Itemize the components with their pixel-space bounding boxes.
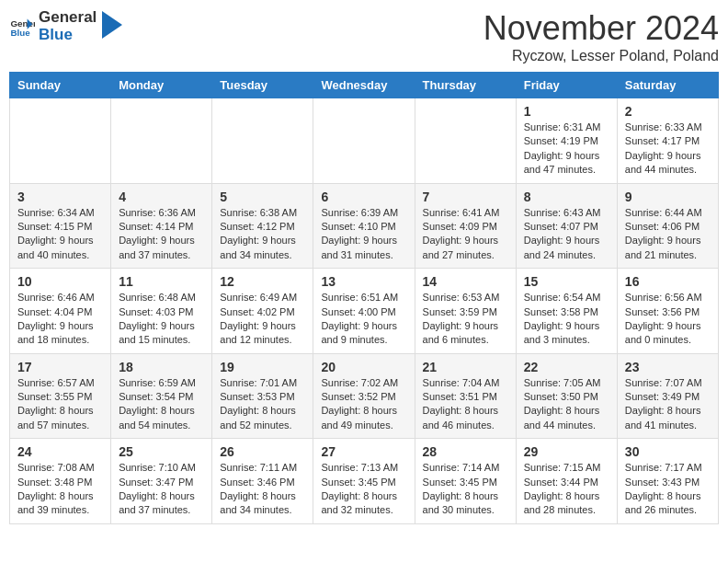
calendar-cell: 3Sunrise: 6:34 AMSunset: 4:15 PMDaylight… bbox=[10, 183, 111, 269]
day-info: Sunrise: 6:51 AMSunset: 4:00 PMDaylight:… bbox=[321, 291, 406, 348]
day-number: 9 bbox=[625, 190, 711, 204]
svg-marker-2 bbox=[102, 11, 122, 39]
day-number: 5 bbox=[220, 190, 305, 204]
month-title: November 2024 bbox=[483, 9, 719, 48]
header: General Blue General Blue November 2024 … bbox=[9, 9, 719, 64]
day-info: Sunrise: 6:56 AMSunset: 3:56 PMDaylight:… bbox=[625, 291, 711, 348]
calendar-cell: 19Sunrise: 7:01 AMSunset: 3:53 PMDayligh… bbox=[212, 353, 313, 439]
calendar-cell: 5Sunrise: 6:38 AMSunset: 4:12 PMDaylight… bbox=[212, 183, 313, 269]
day-number: 22 bbox=[524, 360, 609, 374]
day-number: 24 bbox=[17, 444, 103, 459]
header-day-sunday: Sunday bbox=[10, 73, 111, 98]
day-number: 29 bbox=[524, 444, 609, 459]
day-number: 7 bbox=[423, 190, 508, 204]
calendar-cell: 26Sunrise: 7:11 AMSunset: 3:46 PMDayligh… bbox=[212, 439, 313, 524]
day-number: 11 bbox=[119, 274, 204, 289]
day-info: Sunrise: 6:41 AMSunset: 4:09 PMDaylight:… bbox=[423, 206, 508, 263]
calendar-cell: 2Sunrise: 6:33 AMSunset: 4:17 PMDaylight… bbox=[617, 98, 718, 184]
day-info: Sunrise: 7:08 AMSunset: 3:48 PMDaylight:… bbox=[17, 461, 103, 518]
day-info: Sunrise: 6:39 AMSunset: 4:10 PMDaylight:… bbox=[321, 206, 406, 263]
calendar-cell: 17Sunrise: 6:57 AMSunset: 3:55 PMDayligh… bbox=[10, 353, 111, 439]
calendar-cell: 13Sunrise: 6:51 AMSunset: 4:00 PMDayligh… bbox=[313, 269, 415, 354]
calendar-table: SundayMondayTuesdayWednesdayThursdayFrid… bbox=[9, 72, 719, 524]
week-row-0: 1Sunrise: 6:31 AMSunset: 4:19 PMDaylight… bbox=[10, 98, 719, 184]
day-info: Sunrise: 6:48 AMSunset: 4:03 PMDaylight:… bbox=[119, 291, 204, 348]
header-day-friday: Friday bbox=[516, 73, 617, 98]
logo: General Blue General Blue bbox=[9, 9, 122, 43]
calendar-cell: 9Sunrise: 6:44 AMSunset: 4:06 PMDaylight… bbox=[617, 183, 718, 269]
day-number: 10 bbox=[17, 274, 103, 289]
day-info: Sunrise: 6:36 AMSunset: 4:14 PMDaylight:… bbox=[119, 206, 204, 263]
day-info: Sunrise: 7:01 AMSunset: 3:53 PMDaylight:… bbox=[220, 376, 305, 433]
day-info: Sunrise: 6:57 AMSunset: 3:55 PMDaylight:… bbox=[17, 376, 103, 433]
day-number: 18 bbox=[119, 360, 204, 374]
week-row-2: 10Sunrise: 6:46 AMSunset: 4:04 PMDayligh… bbox=[10, 269, 719, 354]
day-info: Sunrise: 6:31 AMSunset: 4:19 PMDaylight:… bbox=[524, 121, 609, 178]
header-day-tuesday: Tuesday bbox=[212, 73, 313, 98]
calendar-cell: 24Sunrise: 7:08 AMSunset: 3:48 PMDayligh… bbox=[10, 439, 111, 524]
calendar-cell: 8Sunrise: 6:43 AMSunset: 4:07 PMDaylight… bbox=[516, 183, 617, 269]
day-info: Sunrise: 7:05 AMSunset: 3:50 PMDaylight:… bbox=[524, 376, 609, 433]
day-number: 19 bbox=[220, 360, 305, 374]
calendar-cell: 11Sunrise: 6:48 AMSunset: 4:03 PMDayligh… bbox=[111, 269, 212, 354]
day-number: 17 bbox=[17, 360, 103, 374]
calendar-cell: 23Sunrise: 7:07 AMSunset: 3:49 PMDayligh… bbox=[617, 353, 718, 439]
day-info: Sunrise: 7:13 AMSunset: 3:45 PMDaylight:… bbox=[321, 461, 406, 518]
title-area: November 2024 Ryczow, Lesser Poland, Pol… bbox=[483, 9, 719, 64]
day-number: 21 bbox=[423, 360, 508, 374]
calendar-cell: 7Sunrise: 6:41 AMSunset: 4:09 PMDaylight… bbox=[415, 183, 516, 269]
logo-icon: General Blue bbox=[9, 14, 35, 40]
calendar-cell: 20Sunrise: 7:02 AMSunset: 3:52 PMDayligh… bbox=[313, 353, 415, 439]
day-info: Sunrise: 6:33 AMSunset: 4:17 PMDaylight:… bbox=[625, 121, 711, 178]
day-number: 13 bbox=[321, 274, 406, 289]
day-number: 2 bbox=[625, 104, 711, 119]
day-number: 1 bbox=[524, 104, 609, 119]
day-info: Sunrise: 6:54 AMSunset: 3:58 PMDaylight:… bbox=[524, 291, 609, 348]
header-day-wednesday: Wednesday bbox=[313, 73, 415, 98]
week-row-4: 24Sunrise: 7:08 AMSunset: 3:48 PMDayligh… bbox=[10, 439, 719, 524]
day-info: Sunrise: 7:07 AMSunset: 3:49 PMDaylight:… bbox=[625, 376, 711, 433]
day-info: Sunrise: 6:49 AMSunset: 4:02 PMDaylight:… bbox=[220, 291, 305, 348]
day-number: 27 bbox=[321, 444, 406, 459]
day-number: 12 bbox=[220, 274, 305, 289]
day-info: Sunrise: 6:38 AMSunset: 4:12 PMDaylight:… bbox=[220, 206, 305, 263]
day-number: 8 bbox=[524, 190, 609, 204]
day-info: Sunrise: 7:10 AMSunset: 3:47 PMDaylight:… bbox=[119, 461, 204, 518]
day-info: Sunrise: 7:02 AMSunset: 3:52 PMDaylight:… bbox=[321, 376, 406, 433]
calendar-cell bbox=[313, 98, 415, 184]
week-row-3: 17Sunrise: 6:57 AMSunset: 3:55 PMDayligh… bbox=[10, 353, 719, 439]
calendar-cell: 15Sunrise: 6:54 AMSunset: 3:58 PMDayligh… bbox=[516, 269, 617, 354]
calendar-cell: 28Sunrise: 7:14 AMSunset: 3:45 PMDayligh… bbox=[415, 439, 516, 524]
day-info: Sunrise: 6:59 AMSunset: 3:54 PMDaylight:… bbox=[119, 376, 204, 433]
header-day-saturday: Saturday bbox=[617, 73, 718, 98]
calendar-cell: 25Sunrise: 7:10 AMSunset: 3:47 PMDayligh… bbox=[111, 439, 212, 524]
calendar-cell bbox=[415, 98, 516, 184]
day-number: 26 bbox=[220, 444, 305, 459]
day-number: 6 bbox=[321, 190, 406, 204]
day-info: Sunrise: 7:17 AMSunset: 3:43 PMDaylight:… bbox=[625, 461, 711, 518]
day-number: 30 bbox=[625, 444, 711, 459]
calendar-cell bbox=[10, 98, 111, 184]
header-row: SundayMondayTuesdayWednesdayThursdayFrid… bbox=[10, 73, 719, 98]
calendar-cell: 10Sunrise: 6:46 AMSunset: 4:04 PMDayligh… bbox=[10, 269, 111, 354]
calendar-cell: 27Sunrise: 7:13 AMSunset: 3:45 PMDayligh… bbox=[313, 439, 415, 524]
location-title: Ryczow, Lesser Poland, Poland bbox=[483, 48, 719, 64]
calendar-cell: 14Sunrise: 6:53 AMSunset: 3:59 PMDayligh… bbox=[415, 269, 516, 354]
calendar-cell: 22Sunrise: 7:05 AMSunset: 3:50 PMDayligh… bbox=[516, 353, 617, 439]
calendar-cell: 12Sunrise: 6:49 AMSunset: 4:02 PMDayligh… bbox=[212, 269, 313, 354]
day-info: Sunrise: 6:34 AMSunset: 4:15 PMDaylight:… bbox=[17, 206, 103, 263]
day-number: 16 bbox=[625, 274, 711, 289]
calendar-cell: 29Sunrise: 7:15 AMSunset: 3:44 PMDayligh… bbox=[516, 439, 617, 524]
header-day-thursday: Thursday bbox=[415, 73, 516, 98]
calendar-cell: 16Sunrise: 6:56 AMSunset: 3:56 PMDayligh… bbox=[617, 269, 718, 354]
calendar-cell: 21Sunrise: 7:04 AMSunset: 3:51 PMDayligh… bbox=[415, 353, 516, 439]
calendar-cell: 6Sunrise: 6:39 AMSunset: 4:10 PMDaylight… bbox=[313, 183, 415, 269]
calendar-header: SundayMondayTuesdayWednesdayThursdayFrid… bbox=[10, 73, 719, 98]
day-info: Sunrise: 7:04 AMSunset: 3:51 PMDaylight:… bbox=[423, 376, 508, 433]
day-number: 14 bbox=[423, 274, 508, 289]
day-info: Sunrise: 7:11 AMSunset: 3:46 PMDaylight:… bbox=[220, 461, 305, 518]
logo-blue-text: Blue bbox=[39, 27, 97, 44]
calendar-cell: 18Sunrise: 6:59 AMSunset: 3:54 PMDayligh… bbox=[111, 353, 212, 439]
day-number: 4 bbox=[119, 190, 204, 204]
logo-general-text: General bbox=[39, 9, 97, 27]
